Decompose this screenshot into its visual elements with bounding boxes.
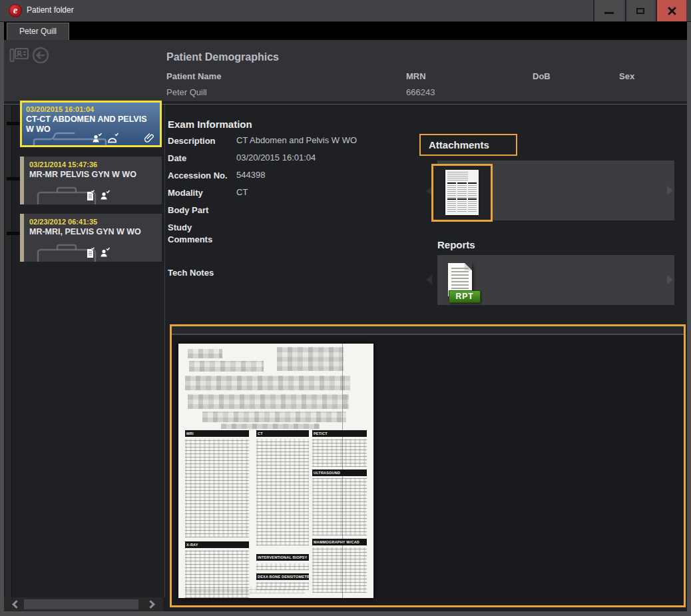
tab-peter-quill[interactable]: Peter Quill	[7, 23, 69, 40]
field-label: Description	[168, 135, 234, 147]
form-section-header: PET/CT	[312, 430, 367, 437]
demographics-panel: Patient Demographics Patient Name MRN Do…	[4, 40, 687, 101]
form-section-header: DEXA BONE DENSITOMETRY	[256, 573, 309, 580]
text-noise	[185, 439, 249, 537]
reports-strip: RPT	[437, 255, 674, 305]
demographics-title: Patient Demographics	[166, 51, 279, 63]
field-label: Tech Notes	[168, 267, 234, 279]
header-mrn: MRN	[406, 71, 426, 81]
minimize-button[interactable]	[593, 0, 624, 21]
redacted-region	[277, 347, 344, 371]
exam-info-title: Exam Information	[168, 119, 252, 130]
field-value: 544398	[236, 170, 409, 180]
attachments-title: Attachments	[429, 139, 489, 151]
text-noise	[312, 547, 367, 593]
redacted-region	[189, 361, 264, 372]
form-section-header: CT	[256, 430, 309, 437]
form-section-header: MRI	[185, 430, 249, 437]
document-check-icon	[85, 190, 95, 200]
value-patient-name: Peter Quill	[166, 87, 207, 97]
exam-date: 02/23/2012 06:41:35	[29, 218, 158, 226]
timeline-tick	[7, 177, 21, 180]
person-check-icon	[99, 247, 111, 258]
text-noise	[185, 587, 305, 593]
paperclip-icon	[144, 133, 154, 143]
patient-folder-window: e Patient folder Peter Quill Patient Dem…	[0, 0, 691, 616]
rpt-badge: RPT	[449, 290, 481, 303]
exam-card-edge	[20, 156, 24, 204]
header-sex: Sex	[619, 71, 634, 81]
text-noise	[312, 439, 367, 467]
field-label: Study Comments	[168, 222, 234, 245]
document-check-icon	[85, 247, 95, 258]
person-check-icon	[91, 133, 103, 143]
patient-card-toolbar-button[interactable]	[9, 47, 29, 67]
header-dob: DoB	[533, 71, 551, 81]
thumbnail-column	[447, 182, 456, 212]
redacted-region	[185, 376, 350, 390]
header-patient-name: Patient Name	[166, 71, 221, 81]
reports-title: Reports	[437, 239, 475, 250]
text-noise	[256, 563, 309, 570]
exam-title: MR-MRI, PELVIS GYN W WO	[29, 227, 158, 237]
field-value: 03/20/2015 16:01:04	[236, 153, 409, 162]
field-value: CT Abdomen and Pelvis W WO	[236, 135, 409, 145]
reader-check-icon	[107, 133, 119, 143]
thumbnail-text-noise	[447, 172, 468, 180]
title-bar: e Patient folder	[0, 0, 691, 22]
maximize-button[interactable]	[625, 0, 654, 21]
carousel-right-arrow[interactable]	[667, 186, 673, 195]
scanned-requisition-document: MRI CT PET/CT ULTRASOUND X-RAY INTERVENT…	[178, 344, 373, 598]
redacted-region	[202, 412, 346, 422]
close-button[interactable]	[656, 0, 686, 21]
field-value: CT	[236, 187, 409, 197]
form-section-header: MAMMOGRAPHY W/CAD	[312, 539, 367, 545]
scanned-document-thumbnail	[445, 170, 479, 215]
redacted-region	[188, 349, 222, 358]
attachments-highlight-box: Attachments	[419, 134, 517, 156]
field-label: Accession No.	[168, 170, 234, 182]
exam-date: 03/20/2015 16:01:04	[26, 105, 156, 113]
report-text-lines	[451, 267, 469, 292]
timeline-tick	[7, 122, 21, 125]
text-noise	[312, 478, 367, 535]
minimize-icon	[604, 12, 614, 14]
timeline-tick	[7, 232, 21, 235]
scroll-right-arrow[interactable]	[146, 600, 155, 609]
exam-card[interactable]: 03/21/2014 15:47:36 MR-MR PELVIS GYN W W…	[20, 156, 162, 204]
maximize-icon	[636, 8, 644, 14]
carousel-left-arrow[interactable]	[426, 275, 432, 284]
person-check-icon	[99, 190, 111, 200]
redacted-region	[188, 394, 349, 409]
redacted-region	[221, 424, 320, 429]
exam-card-selected[interactable]: 03/20/2015 16:01:04 CT-CT ABDOMEN AND PE…	[20, 101, 162, 147]
attachment-preview-panel: MRI CT PET/CT ULTRASOUND X-RAY INTERVENT…	[170, 324, 686, 607]
window-title: Patient folder	[27, 5, 74, 15]
form-section-header: INTERVENTIONAL BIOPSY	[256, 554, 309, 561]
thumbnail-column	[468, 182, 477, 212]
form-section-header: ULTRASOUND	[312, 469, 367, 476]
thumbnail-column	[457, 182, 466, 212]
preview-scrollbar[interactable]	[172, 326, 684, 335]
exam-card-edge	[20, 214, 24, 262]
exam-card[interactable]: 02/23/2012 06:41:35 MR-MRI, PELVIS GYN W…	[20, 214, 162, 262]
field-label: Date	[168, 153, 234, 164]
carousel-right-arrow[interactable]	[667, 275, 673, 284]
app-logo-icon: e	[9, 4, 22, 17]
back-button[interactable]	[32, 47, 49, 67]
value-mrn: 666243	[406, 87, 435, 97]
thumbnail-columns	[447, 182, 477, 212]
scroll-left-arrow[interactable]	[12, 600, 21, 609]
report-document-icon[interactable]: RPT	[448, 263, 472, 296]
field-label: Body Part	[168, 204, 234, 216]
form-section-header: X-RAY	[185, 541, 249, 548]
exam-date: 03/21/2014 15:47:36	[29, 160, 158, 168]
tab-bar: Peter Quill	[4, 22, 687, 40]
sidebar-divider	[164, 105, 165, 597]
attachment-thumbnail-selected[interactable]	[431, 164, 493, 222]
scrollbar-thumb[interactable]	[24, 599, 138, 609]
text-noise	[256, 439, 309, 545]
exam-title: MR-MR PELVIS GYN W WO	[29, 170, 158, 180]
sidebar-horizontal-scrollbar[interactable]	[4, 597, 163, 611]
field-label: Modality	[168, 187, 234, 199]
